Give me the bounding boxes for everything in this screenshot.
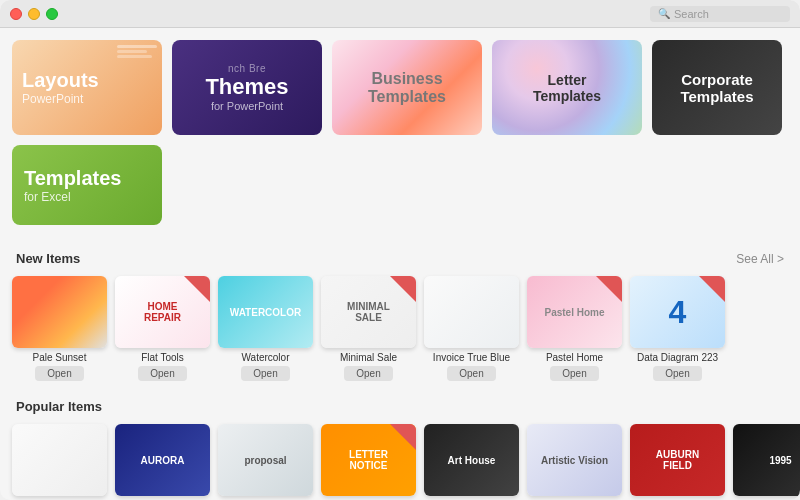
new-ribbon: [698, 276, 725, 303]
banner-card-themes[interactable]: nch Bre Themes for PowerPoint: [172, 40, 322, 135]
search-placeholder: Search: [674, 8, 709, 20]
list-item: Artistic VisionArtistic VisionOpen: [527, 424, 622, 500]
themes-subtitle: for PowerPoint: [211, 100, 283, 112]
item-name: Data Diagram 223: [630, 352, 725, 363]
item-thumbnail: AUBURN FIELD: [630, 424, 725, 496]
new-ribbon: [389, 424, 416, 451]
letter-content: LetterTemplates: [492, 40, 642, 135]
item-thumbnail: MINIMAL SALE: [321, 276, 416, 348]
item-thumbnail: 1995: [733, 424, 800, 496]
banner-row-bottom: Templates for Excel: [12, 145, 788, 225]
letter-title: LetterTemplates: [533, 72, 601, 104]
popular-items-header: Popular Items: [0, 391, 800, 420]
banner-card-letter[interactable]: LetterTemplates: [492, 40, 642, 135]
close-button[interactable]: [10, 8, 22, 20]
list-item: 4Data Diagram 223Open: [630, 276, 725, 381]
open-button[interactable]: Open: [138, 366, 186, 381]
list-item: Art HouseArt HouseOpen: [424, 424, 519, 500]
open-button[interactable]: Open: [550, 366, 598, 381]
themes-pre: nch Bre: [228, 63, 266, 74]
excel-subtitle: for Excel: [24, 190, 150, 204]
item-thumbnail: 4: [630, 276, 725, 348]
banner-section: Layouts PowerPoint nch Bre Themes for Po…: [0, 28, 800, 243]
new-ribbon: [595, 276, 622, 303]
minimize-button[interactable]: [28, 8, 40, 20]
list-item: 1995Advertisement DoodlyOpen: [733, 424, 800, 500]
list-item: AURORAAuroraOpen: [115, 424, 210, 500]
item-thumbnail: [12, 424, 107, 496]
main-content: Layouts PowerPoint nch Bre Themes for Po…: [0, 28, 800, 500]
layouts-subtitle: PowerPoint: [22, 92, 152, 106]
list-item: Invoice True BlueOpen: [424, 276, 519, 381]
item-thumbnail: WATERCOLOR: [218, 276, 313, 348]
new-items-title: New Items: [16, 251, 80, 266]
item-name: Pale Sunset: [12, 352, 107, 363]
business-title: BusinessTemplates: [368, 70, 446, 106]
layouts-decorative: [117, 45, 157, 58]
item-thumbnail: Pastel Home: [527, 276, 622, 348]
banner-row-top: Layouts PowerPoint nch Bre Themes for Po…: [12, 40, 788, 135]
list-item: Pastel HomePastel HomeOpen: [527, 276, 622, 381]
list-item: LETTER NOTICEAmber NoticeOpen: [321, 424, 416, 500]
item-thumbnail: Art House: [424, 424, 519, 496]
list-item: Pale SunsetOpen: [12, 276, 107, 381]
excel-title: Templates: [24, 167, 150, 190]
item-name: Minimal Sale: [321, 352, 416, 363]
list-item: Project Timeline ModernOpen: [12, 424, 107, 500]
banner-card-corporate[interactable]: CorporateTemplates: [652, 40, 782, 135]
item-thumbnail: LETTER NOTICE: [321, 424, 416, 496]
new-items-header: New Items See All >: [0, 243, 800, 272]
item-thumbnail: HOME REPAIR: [115, 276, 210, 348]
new-items-grid: Pale SunsetOpenHOME REPAIRFlat ToolsOpen…: [0, 272, 800, 391]
layouts-title: Layouts: [22, 69, 152, 92]
item-name: Watercolor: [218, 352, 313, 363]
banner-card-business[interactable]: BusinessTemplates: [332, 40, 482, 135]
banner-card-excel[interactable]: Templates for Excel: [12, 145, 162, 225]
open-button[interactable]: Open: [653, 366, 701, 381]
maximize-button[interactable]: [46, 8, 58, 20]
item-thumbnail: Artistic Vision: [527, 424, 622, 496]
popular-items-grid: Project Timeline ModernOpenAURORAAuroraO…: [0, 420, 800, 500]
list-item: WATERCOLORWatercolorOpen: [218, 276, 313, 381]
item-thumbnail: proposal: [218, 424, 313, 496]
list-item: proposalProposal BreezyOpen: [218, 424, 313, 500]
search-bar[interactable]: 🔍 Search: [650, 6, 790, 22]
new-items-see-all[interactable]: See All >: [736, 252, 784, 266]
popular-items-title: Popular Items: [16, 399, 102, 414]
search-icon: 🔍: [658, 8, 670, 19]
item-thumbnail: [424, 276, 519, 348]
list-item: AUBURN FIELDAuburn FieldOpen: [630, 424, 725, 500]
title-bar: 🔍 Search: [0, 0, 800, 28]
item-name: Flat Tools: [115, 352, 210, 363]
item-thumbnail: AURORA: [115, 424, 210, 496]
list-item: HOME REPAIRFlat ToolsOpen: [115, 276, 210, 381]
corporate-title: CorporateTemplates: [680, 71, 753, 105]
themes-title: Themes: [205, 74, 288, 100]
new-ribbon: [183, 276, 210, 303]
new-ribbon: [389, 276, 416, 303]
list-item: MINIMAL SALEMinimal SaleOpen: [321, 276, 416, 381]
open-button[interactable]: Open: [447, 366, 495, 381]
open-button[interactable]: Open: [241, 366, 289, 381]
banner-card-layouts[interactable]: Layouts PowerPoint: [12, 40, 162, 135]
item-name: Invoice True Blue: [424, 352, 519, 363]
open-button[interactable]: Open: [344, 366, 392, 381]
item-name: Pastel Home: [527, 352, 622, 363]
item-thumbnail: [12, 276, 107, 348]
open-button[interactable]: Open: [35, 366, 83, 381]
traffic-lights: [10, 8, 58, 20]
